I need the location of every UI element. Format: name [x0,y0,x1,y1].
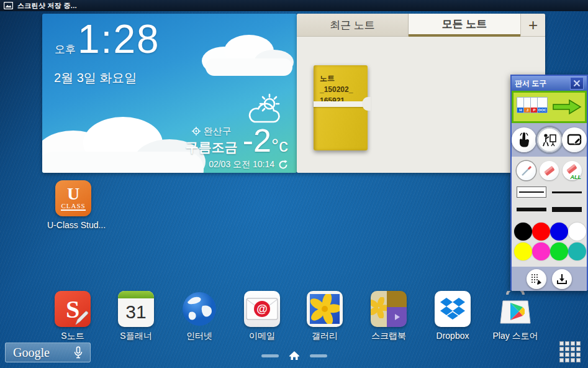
clock-weather-widget[interactable]: 오후 1:28 2월 3일 화요일 [42,14,297,173]
stroke-width-3[interactable] [517,204,546,215]
screen-draw-mode-button[interactable] [562,127,587,152]
color-white[interactable] [568,223,586,241]
presenter-mode-button[interactable] [537,127,562,152]
palette-draw-panel: ALL [512,157,587,267]
tab-all-notes[interactable]: 모든 노트 [409,14,520,37]
gallery-icon [307,291,343,327]
flower-icon [310,294,340,324]
dropbox-icon [435,291,471,327]
pen-icon [519,163,534,178]
refresh-icon[interactable] [278,160,288,170]
screen-draw-icon [567,133,582,147]
app-label: U-Class Stud... [47,220,99,230]
clock-date: 2월 3일 화요일 [54,70,137,86]
dropbox-glyph [440,298,465,320]
weather-location: 완산구 [204,126,232,137]
note-band-notch [362,97,371,111]
eraser-icon [543,164,556,178]
open-document-button[interactable]: H J P DOC [512,91,587,123]
splanner-icon: 31 [118,291,154,327]
app-dropbox[interactable]: Dropbox [427,291,479,341]
app-label: 인터넷 [173,331,225,342]
status-text: 스크린샷 저장 중... [17,1,77,11]
dotted-grid-pen-icon [530,273,543,285]
writing-tools-palette: 판서 도구 H J P DOC [510,75,588,290]
app-label: 갤러리 [299,331,351,342]
save-button[interactable] [552,269,572,289]
app-playstore[interactable]: Play 스토어 [489,291,541,342]
close-icon [573,80,581,87]
page-dash-right[interactable] [310,354,327,357]
home-pager [0,351,588,361]
palette-bottom-row [512,267,587,291]
stroke-width-2[interactable] [552,186,582,198]
flower-icon [371,297,387,318]
svg-text:@: @ [256,303,268,315]
color-yellow[interactable] [514,242,532,260]
color-green[interactable] [550,242,568,260]
add-note-button[interactable]: + [520,14,545,37]
palette-titlebar[interactable]: 판서 도구 [512,76,587,91]
status-bar: 스크린샷 저장 중... [0,0,588,11]
note-item[interactable]: 노트_150202_ 165921 [314,65,368,150]
palette-title: 판서 도구 [515,78,570,89]
presenter-icon [542,133,557,147]
app-label: 이메일 [236,331,288,342]
tab-recent-notes[interactable]: 최근 노트 [297,14,409,37]
page-dash-left[interactable] [261,354,279,357]
app-label: Dropbox [427,331,479,341]
weather-block: 완산구 구름조금 -2°c 02/03 오전 10:14 [186,124,288,170]
palette-mode-row [512,123,587,157]
stroke-width-4[interactable] [552,204,582,215]
app-scrapbook[interactable]: 스크랩북 [363,291,415,342]
app-internet[interactable]: 인터넷 [173,291,225,342]
color-teal[interactable] [568,242,586,260]
app-label: Play 스토어 [489,331,541,342]
app-splanner[interactable]: 31 S플래너 [110,291,162,342]
color-magenta[interactable] [532,242,550,260]
location-icon [192,127,201,136]
home-screen: 스크린샷 저장 중... 오후 1:28 2월 3일 화요일 [0,0,588,368]
color-red[interactable] [532,223,550,241]
color-blue[interactable] [550,223,568,241]
snote-widget-tabs: 최근 노트 모든 노트 + [297,14,545,37]
notes-list-area: 노트_150202_ 165921 [297,37,545,173]
clock-time: 1:28 [78,16,160,62]
partly-cloudy-icon [246,93,286,126]
pen-icon [73,310,89,326]
pen-tool-button[interactable] [517,161,536,180]
app-uclass[interactable]: U CLASS U-Class Stud... [47,180,99,230]
color-swatches [512,221,587,264]
envelope-icon: @ [244,291,280,327]
shopping-bag-icon [497,291,533,327]
play-triangle-icon [393,313,400,321]
snote-icon: S [55,291,91,327]
document-files-icon: H J P DOC [517,97,548,117]
close-button[interactable] [570,77,584,90]
color-black[interactable] [514,223,532,241]
apps-drawer-button[interactable] [559,341,583,364]
snote-widget: 최근 노트 모든 노트 + 노트_150202_ 165921 [297,14,545,173]
screenshot-icon [4,2,13,9]
erase-all-button[interactable]: ALL [563,161,582,180]
home-icon[interactable] [289,351,300,361]
email-icon: @ [244,291,280,327]
app-gallery[interactable]: 갤러리 [299,291,351,342]
eraser-tool-button[interactable] [540,161,559,180]
arrow-right-icon [552,98,582,116]
app-label: S노트 [47,331,99,342]
globe-icon [181,291,217,327]
minimize-palette-button[interactable] [527,269,546,289]
app-snote[interactable]: S S노트 [47,291,99,342]
scrapbook-icon [371,291,407,327]
touch-mode-button[interactable] [512,127,536,152]
download-icon [556,274,568,285]
clock-ampm: 오후 [55,42,76,57]
note-band [314,101,368,107]
stroke-width-1[interactable] [517,186,546,198]
weather-temp: -2°c [243,124,288,157]
stroke-width-options [512,184,587,221]
erase-all-label: ALL [571,174,582,180]
app-email[interactable]: @ 이메일 [236,291,288,342]
playstore-icon [497,291,533,327]
